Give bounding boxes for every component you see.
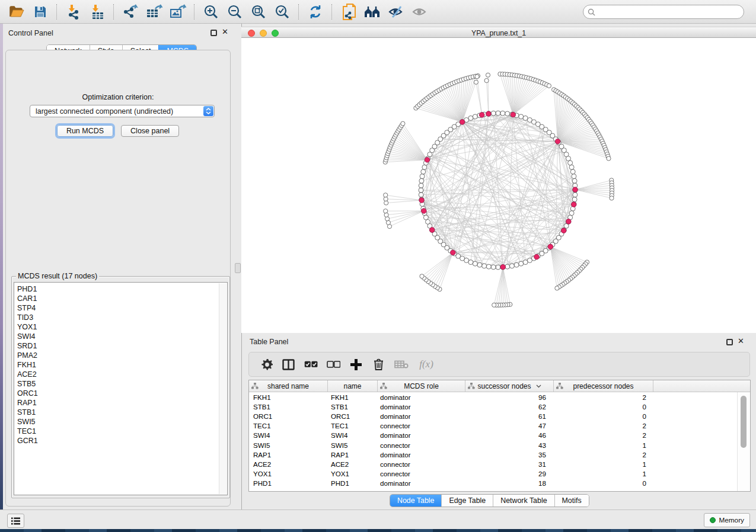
cell-name[interactable]: FKH1 [328,393,378,401]
table-row[interactable]: YOX1YOX1connector291 [249,469,738,479]
cell-shared-name[interactable]: SWI4 [249,431,328,439]
cell-MCDS-role[interactable]: connector [378,460,465,468]
cell-predecessor-nodes[interactable]: 0 [554,412,653,420]
cell-MCDS-role[interactable]: connector [378,470,465,477]
cell-successor-nodes[interactable]: 46 [465,431,554,439]
cell-predecessor-nodes[interactable]: 0 [554,403,653,411]
cell-name[interactable]: YOX1 [328,470,378,477]
mcds-list-scrollbar[interactable] [219,283,227,494]
mcds-result-item[interactable]: YOX1 [17,322,227,332]
new-network-from-selection-icon[interactable] [338,2,359,21]
table-row[interactable]: SWI5SWI5connector431 [249,440,738,450]
cell-predecessor-nodes[interactable]: 2 [554,451,653,459]
table-row[interactable]: SWI4SWI4dominator462 [249,431,738,440]
mcds-result-item[interactable]: PMA2 [17,351,227,360]
mcds-result-item[interactable]: PHD1 [17,284,227,294]
zoom-selected-icon[interactable] [272,2,293,21]
run-mcds-button[interactable]: Run MCDS [57,125,113,137]
cell-MCDS-role[interactable]: dominator [378,403,465,411]
table-settings-gear-icon[interactable] [257,359,277,370]
cell-successor-nodes[interactable]: 35 [465,451,554,459]
cell-predecessor-nodes[interactable]: 2 [554,422,653,430]
mcds-result-item[interactable]: STP4 [17,303,227,313]
cell-name[interactable]: PHD1 [328,479,378,487]
mcds-result-item[interactable]: SWI4 [17,332,227,341]
table-scrollbar[interactable] [737,392,750,491]
search-box[interactable] [583,5,744,19]
cell-MCDS-role[interactable]: dominator [378,451,465,459]
mcds-result-item[interactable]: STB1 [17,408,227,417]
mcds-result-item[interactable]: SRD1 [17,341,227,351]
cell-name[interactable]: ORC1 [328,412,378,420]
table-row[interactable]: ORC1ORC1dominator610 [249,411,738,421]
mcds-result-item[interactable]: ACE2 [17,370,227,379]
zoom-in-icon[interactable] [200,2,222,21]
cell-shared-name[interactable]: STB1 [249,403,328,411]
cell-shared-name[interactable]: TEC1 [249,422,328,430]
refresh-icon[interactable] [305,2,326,21]
cell-successor-nodes[interactable]: 47 [465,422,554,430]
table-row[interactable]: FKH1FKH1dominator962 [249,392,738,402]
divider-handle[interactable] [235,263,241,273]
cell-successor-nodes[interactable]: 31 [465,460,554,468]
mcds-result-list[interactable]: PHD1CAR1STP4TID3YOX1SWI4SRD1PMA2FKH1ACE2… [14,282,228,495]
mcds-result-item[interactable]: ORC1 [17,389,227,398]
delete-column-trash-icon[interactable] [368,358,390,370]
cell-shared-name[interactable]: FKH1 [249,393,328,401]
network-canvas[interactable] [241,38,756,333]
cell-successor-nodes[interactable]: 96 [465,393,554,401]
mcds-result-item[interactable]: STB5 [17,379,227,389]
float-table-panel-icon[interactable] [726,339,733,345]
cell-name[interactable]: RAP1 [328,451,378,459]
tab-edge-table[interactable]: Edge Table [441,495,493,507]
zoom-fit-icon[interactable] [248,2,269,21]
table-row[interactable]: STB1STB1dominator620 [249,402,738,411]
cell-predecessor-nodes[interactable]: 0 [554,479,653,487]
mcds-result-item[interactable]: FKH1 [17,360,227,370]
cell-successor-nodes[interactable]: 29 [465,470,554,477]
create-column-plus-icon[interactable] [344,358,368,371]
network-view-titlebar[interactable]: YPA_prune.txt_1 [241,27,756,38]
export-table-icon[interactable] [143,2,165,21]
cell-shared-name[interactable]: ORC1 [249,412,328,420]
task-history-list-icon[interactable] [7,514,24,528]
column-header-predecessor-nodes[interactable]: predecessor nodes [554,380,653,392]
cell-predecessor-nodes[interactable]: 2 [554,431,653,439]
mcds-result-item[interactable]: TEC1 [17,427,227,436]
cell-MCDS-role[interactable]: dominator [378,479,465,487]
home-networks-icon[interactable] [362,2,383,21]
table-row[interactable]: RAP1RAP1dominator352 [249,450,738,459]
table-scrollbar-thumb[interactable] [741,396,747,448]
cell-shared-name[interactable]: YOX1 [249,470,328,477]
mcds-result-item[interactable]: GCR1 [17,436,227,446]
criterion-dropdown[interactable]: largest connected component (undirected) [30,105,215,117]
cell-MCDS-role[interactable]: connector [378,422,465,430]
show-column-icon[interactable] [277,359,299,370]
cell-name[interactable]: TEC1 [328,422,378,430]
float-panel-icon[interactable] [210,30,217,36]
cell-shared-name[interactable]: PHD1 [249,479,328,487]
mcds-result-item[interactable]: RAP1 [17,398,227,408]
cell-shared-name[interactable]: ACE2 [249,460,328,468]
cell-predecessor-nodes[interactable]: 2 [554,393,653,401]
save-session-icon[interactable] [30,2,51,21]
memory-button[interactable]: Memory [704,513,750,527]
cell-MCDS-role[interactable]: dominator [378,431,465,439]
mcds-result-item[interactable]: SWI5 [17,417,227,427]
hide-graphics-details-icon[interactable] [385,2,407,21]
cell-MCDS-role[interactable]: connector [378,441,465,449]
tab-node-table[interactable]: Node Table [390,495,441,507]
cell-successor-nodes[interactable]: 61 [465,412,554,420]
close-table-panel-icon[interactable]: ✕ [738,337,744,345]
table-row[interactable]: PHD1PHD1dominator180 [249,479,738,488]
mcds-result-item[interactable]: CAR1 [17,294,227,303]
cell-successor-nodes[interactable]: 43 [465,441,554,449]
show-graphics-details-icon[interactable] [409,2,430,21]
search-input[interactable] [598,7,744,17]
cell-predecessor-nodes[interactable]: 1 [554,470,653,477]
cell-successor-nodes[interactable]: 18 [465,479,554,487]
cell-predecessor-nodes[interactable]: 1 [554,460,653,468]
import-network-icon[interactable] [63,2,84,21]
function-builder-icon[interactable]: f(x) [413,358,439,370]
open-file-icon[interactable] [6,2,27,21]
